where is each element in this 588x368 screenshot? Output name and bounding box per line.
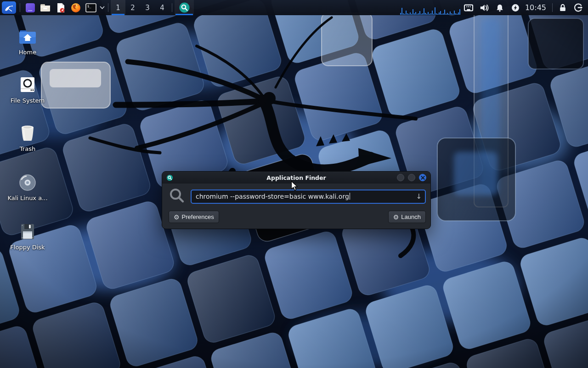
clock-text: 10:45	[525, 3, 546, 12]
panel-spacer	[194, 0, 400, 15]
tray-lock-screen[interactable]	[555, 0, 571, 15]
appfinder-titlebar-icon	[166, 174, 173, 181]
search-icon	[169, 188, 185, 205]
desktop-icon-label: Home	[19, 49, 36, 56]
preferences-button[interactable]: ⚙ Preferences	[169, 211, 219, 223]
workspace-label: 3	[145, 4, 150, 12]
text-caret	[350, 193, 351, 200]
workspace-label: 2	[130, 4, 135, 12]
workspace-4[interactable]: 4	[155, 0, 170, 15]
desktop-icon-filesystem[interactable]: File System	[6, 75, 50, 104]
cpu-graph[interactable]	[400, 0, 461, 15]
launch-label: Launch	[401, 213, 421, 220]
desktop-icon-trash[interactable]: Trash	[6, 123, 50, 153]
panel-separator	[172, 3, 172, 12]
chevron-down-icon	[100, 6, 105, 10]
taskbar-application-finder[interactable]	[175, 0, 194, 15]
workspace-1[interactable]: 1	[111, 0, 125, 15]
desktop-screen: Home File System Trash Kali Linux a...	[0, 0, 588, 368]
firefox-icon	[70, 2, 81, 13]
launcher-terminal[interactable]: $_	[83, 0, 98, 15]
workspace-2[interactable]: 2	[125, 0, 140, 15]
lock-icon	[558, 3, 567, 12]
desktop-icon-label: Trash	[20, 145, 35, 152]
launcher-text-editor[interactable]	[53, 0, 68, 15]
launcher-file-manager[interactable]	[38, 0, 53, 15]
mouse-cursor	[291, 181, 298, 191]
file-manager-icon	[40, 2, 51, 13]
notifications-bell-icon	[495, 3, 504, 12]
volume-icon	[479, 3, 489, 12]
desktop-icon-home[interactable]: Home	[6, 27, 50, 56]
home-folder-icon	[17, 27, 38, 47]
cdrom-disc-icon	[17, 172, 38, 193]
network-icon	[464, 4, 474, 12]
terminal-icon-glyph: $_	[87, 5, 91, 8]
app-window-icon	[25, 2, 36, 13]
window-title: Application Finder	[162, 174, 430, 181]
launcher-app-window[interactable]	[23, 0, 38, 15]
tray-logout[interactable]	[571, 0, 586, 15]
desktop-icon-label: Kali Linux a...	[7, 195, 47, 201]
desktop-icon-label: Floppy Disk	[10, 244, 45, 251]
workspace-3[interactable]: 3	[140, 0, 155, 15]
trash-icon	[17, 123, 38, 144]
launch-gear-icon: ⚙	[393, 214, 399, 220]
desktop-icon-kali-cd[interactable]: Kali Linux a...	[6, 172, 50, 202]
command-input-text: chromium --password-store=basic www.kali…	[196, 193, 349, 200]
launcher-firefox[interactable]	[68, 0, 83, 15]
preferences-label: Preferences	[182, 213, 214, 220]
panel-separator	[20, 3, 20, 12]
tray-network[interactable]	[461, 0, 476, 15]
maximize-button[interactable]	[408, 174, 415, 181]
filesystem-drive-icon	[17, 75, 38, 95]
close-button[interactable]	[419, 174, 426, 181]
command-input[interactable]: chromium --password-store=basic www.kali…	[191, 190, 426, 204]
desktop-icon-label: File System	[11, 97, 45, 104]
terminal-dropdown-chevron[interactable]	[98, 0, 106, 15]
tray-volume[interactable]	[476, 0, 492, 15]
close-icon	[421, 176, 425, 180]
desktop-icon-floppy[interactable]: Floppy Disk	[6, 222, 50, 251]
workspace-label: 1	[116, 4, 120, 12]
panel-separator	[108, 3, 108, 12]
minimize-button[interactable]	[397, 174, 404, 181]
panel-separator	[552, 3, 553, 12]
cpu-graph-bars	[400, 2, 461, 15]
launch-button[interactable]: ⚙ Launch	[388, 211, 426, 223]
workspace-label: 4	[160, 4, 164, 12]
top-panel: $_ 1 2 3 4	[0, 0, 588, 15]
tray-notifications[interactable]	[492, 0, 508, 15]
terminal-icon: $_	[85, 2, 97, 13]
panel-clock[interactable]: 10:45	[523, 0, 550, 15]
appfinder-icon	[179, 2, 190, 13]
gear-icon: ⚙	[174, 214, 180, 220]
floppy-disk-icon	[17, 222, 38, 242]
kali-menu-icon	[4, 3, 14, 12]
tray-power-manager[interactable]	[508, 0, 523, 15]
kali-menu-button[interactable]	[2, 1, 16, 14]
text-editor-icon	[55, 2, 66, 13]
entry-dropdown-arrow-icon[interactable]: ↓	[416, 190, 422, 203]
logout-icon	[574, 3, 583, 12]
power-manager-icon	[511, 3, 520, 12]
application-finder-window: Application Finder chromium --password	[162, 171, 431, 229]
